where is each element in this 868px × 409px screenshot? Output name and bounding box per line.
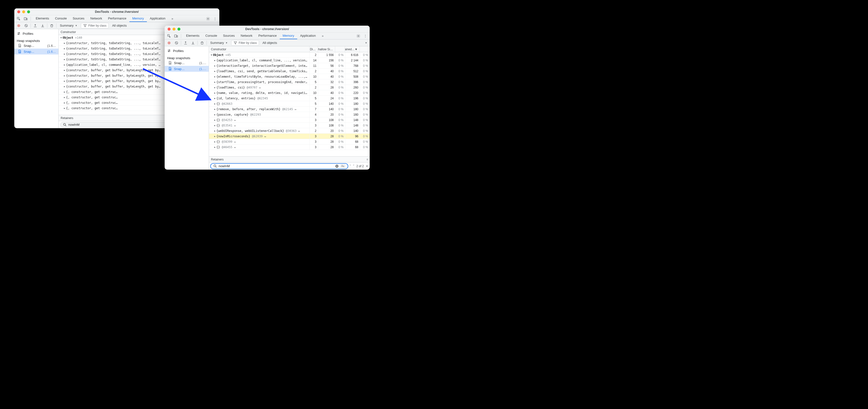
heap-object-row[interactable]: {startTime, processingStart, processingE… xyxy=(209,79,370,85)
save-icon[interactable] xyxy=(190,40,196,46)
heap-object-row[interactable]: {loadTimes, csi, send, getVariableValue,… xyxy=(209,68,370,74)
hamburger-icon[interactable]: ≡ xyxy=(367,158,368,161)
tab-application[interactable]: Application xyxy=(297,33,319,39)
gc-icon[interactable] xyxy=(49,23,55,29)
heap-object-row[interactable]: {application_label, cl, command_line, ..… xyxy=(209,58,370,63)
search-input-wrapper[interactable]: Aa xyxy=(211,164,348,169)
close-window-button[interactable] xyxy=(167,28,170,31)
save-icon[interactable] xyxy=(40,23,45,29)
minimize-window-button[interactable] xyxy=(173,28,176,31)
profiles-sidebar: Profiles Heap snapshots Snap…(1.6…Snap…(… xyxy=(14,29,59,128)
close-search-icon[interactable]: ✕ xyxy=(366,165,368,168)
heap-object-row[interactable]: {element, timeToFirstByte, resourceLoadD… xyxy=(209,74,370,79)
tab-network[interactable]: Network xyxy=(238,33,255,39)
view-dropdown[interactable]: Summary ▼ xyxy=(58,23,80,28)
col-retained[interactable]: Retained…▼ xyxy=(345,46,360,52)
heap-object-row[interactable]: {} @53541 ▭31080 %1480 % xyxy=(209,123,370,128)
scope-dropdown[interactable]: All objects xyxy=(110,23,129,28)
snapshot-item[interactable]: Snap…(1.6… xyxy=(14,49,58,55)
class-filter-input[interactable]: Filter by class xyxy=(81,23,109,28)
tab-memory[interactable]: Memory xyxy=(129,15,147,22)
snapshot-item[interactable]: Snap…(1.… xyxy=(165,60,209,66)
device-toolbar-icon[interactable] xyxy=(173,33,179,39)
record-icon[interactable] xyxy=(166,40,172,46)
profiles-heading: Profiles xyxy=(23,32,33,35)
retainers-label: Retainers xyxy=(211,158,223,161)
next-match-icon[interactable]: ˅ xyxy=(353,165,354,168)
tab-elements[interactable]: Elements xyxy=(33,15,52,22)
chevron-down-icon[interactable]: ▼ xyxy=(365,42,368,44)
device-toolbar-icon[interactable] xyxy=(23,16,29,22)
heap-object-row[interactable]: {id, latency, entries} @623455240 %1960 … xyxy=(209,96,370,101)
tab-console[interactable]: Console xyxy=(202,33,220,39)
prev-match-icon[interactable]: ˄ xyxy=(349,165,351,168)
tab-performance[interactable]: Performance xyxy=(105,15,129,22)
tab-sources[interactable]: Sources xyxy=(220,33,238,39)
view-dropdown[interactable]: Summary ▼ xyxy=(208,40,230,45)
heap-snapshots-heading: Heap snapshots xyxy=(14,39,58,42)
tab-performance[interactable]: Performance xyxy=(255,33,279,39)
match-case-icon[interactable]: Aa xyxy=(340,165,345,168)
tab-memory[interactable]: Memory xyxy=(280,33,297,39)
col-distance[interactable]: Di… xyxy=(310,46,318,52)
tab-console[interactable]: Console xyxy=(52,15,70,22)
zoom-window-button[interactable] xyxy=(27,10,30,13)
tab-network[interactable]: Network xyxy=(88,15,105,22)
load-icon[interactable] xyxy=(183,40,189,46)
clear-search-icon[interactable] xyxy=(335,164,339,168)
search-input[interactable] xyxy=(219,164,334,168)
svg-rect-30 xyxy=(170,69,171,69)
svg-rect-2 xyxy=(26,18,27,20)
heap-object-row[interactable]: {} @34253 ▭31080 %1480 % xyxy=(209,117,370,123)
col-shallow-pct[interactable] xyxy=(335,46,345,52)
settings-gear-icon[interactable] xyxy=(205,16,211,22)
gc-icon[interactable] xyxy=(199,40,205,46)
heap-object-row[interactable]: {loadTimes, csi} @49707 ▭2280 %2600 % xyxy=(209,85,370,90)
heap-object-row[interactable]: {name, value, rating, delta, entries, id… xyxy=(209,90,370,96)
inspect-element-icon[interactable] xyxy=(166,33,172,39)
svg-rect-16 xyxy=(167,34,169,36)
object-root-row[interactable]: Object ×4521 5560 %6 6160 % xyxy=(209,52,370,58)
tab-application[interactable]: Application xyxy=(147,15,168,22)
more-tabs-icon[interactable]: » xyxy=(320,33,326,39)
clear-icon[interactable] xyxy=(23,23,29,29)
window-title: DevTools - chrome://version/ xyxy=(14,10,219,13)
col-shallow[interactable]: Shallow Si… xyxy=(318,46,335,52)
heap-object-row[interactable]: {webUIResponse, webUIListenerCallback} @… xyxy=(209,128,370,134)
scope-dropdown[interactable]: All objects xyxy=(260,40,279,45)
svg-point-7 xyxy=(19,33,20,33)
snapshot-label: Snap… xyxy=(174,61,197,65)
settings-gear-icon[interactable] xyxy=(355,33,361,39)
more-tabs-icon[interactable]: » xyxy=(169,16,175,22)
retainers-header[interactable]: Retainers ≡ xyxy=(209,156,370,162)
col-retained-pct[interactable] xyxy=(360,46,370,52)
heap-object-row[interactable]: {passive, capture} @622934200 %1600 % xyxy=(209,112,370,117)
kebab-menu-icon[interactable]: ⋮ xyxy=(362,33,368,39)
traffic-lights xyxy=(14,10,30,13)
col-constructor[interactable]: Constructor xyxy=(209,46,310,52)
inspect-element-icon[interactable] xyxy=(16,16,22,22)
kebab-menu-icon[interactable]: ⋮ xyxy=(212,16,218,22)
class-filter-input[interactable]: Filter by class xyxy=(231,40,259,46)
clear-icon[interactable] xyxy=(174,40,179,46)
snapshot-label: Snap… xyxy=(24,50,45,54)
heap-object-row[interactable]: {interactionTarget, interactionTargetEle… xyxy=(209,63,370,68)
zoom-window-button[interactable] xyxy=(178,28,180,31)
minimize-window-button[interactable] xyxy=(22,10,25,13)
heap-object-row[interactable]: {} @46455 ▭3280 %680 % xyxy=(209,144,370,150)
tab-sources[interactable]: Sources xyxy=(70,15,88,22)
record-icon[interactable] xyxy=(16,23,22,29)
close-window-button[interactable] xyxy=(17,10,20,13)
snapshot-size: (1.6… xyxy=(47,44,56,48)
heap-object-row[interactable]: {remove, before, after, replaceWith} @62… xyxy=(209,107,370,112)
snapshot-item[interactable]: Snap…(1.… xyxy=(165,66,209,72)
heap-object-row[interactable]: {} @4266351400 %1800 % xyxy=(209,101,370,107)
snapshot-item[interactable]: Snap…(1.6… xyxy=(14,42,58,49)
search-bar: Aa ˄ ˅ 2 of 2 ✕ xyxy=(209,162,370,170)
tab-elements[interactable]: Elements xyxy=(183,33,202,39)
profiles-heading-row: Profiles xyxy=(165,48,209,54)
heap-object-row[interactable]: {} @38399 ▭3280 %680 % xyxy=(209,139,370,144)
heap-object-row[interactable]: {nowInMicroseconds} @62039 ▭3280 %960 % xyxy=(209,134,370,139)
heap-snapshots-heading: Heap snapshots xyxy=(165,56,209,60)
load-icon[interactable] xyxy=(32,23,38,29)
